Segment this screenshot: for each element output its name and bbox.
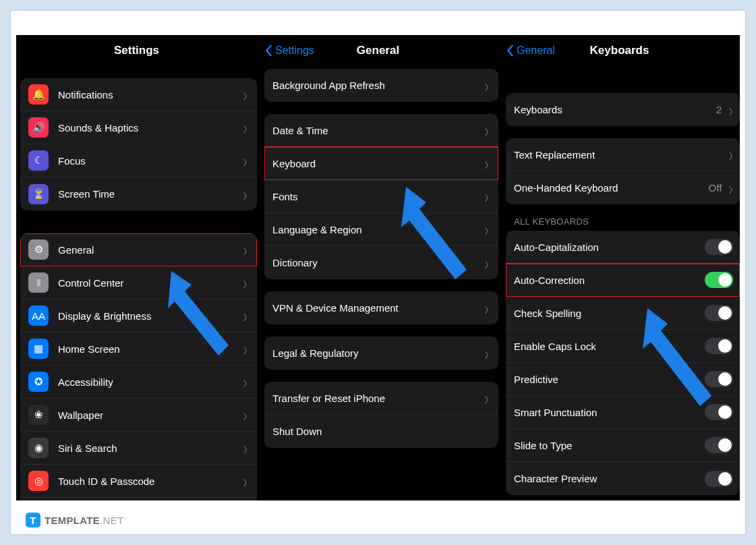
toggle-switch[interactable] [705, 338, 733, 354]
row-label: VPN & Device Management [272, 302, 484, 314]
page-frame: Settings 🔔Notifications›🔊Sounds & Haptic… [9, 9, 747, 536]
toggle-switch[interactable] [705, 272, 733, 288]
settings-row[interactable]: AADisplay & Brightness› [20, 299, 257, 333]
row-label: Check Spelling [514, 308, 705, 319]
back-to-general[interactable]: General [506, 45, 555, 57]
settings-row[interactable]: 🔔Notifications› [20, 78, 257, 111]
gear-icon: ⚙ [28, 239, 49, 260]
settings-row[interactable]: Language & Region› [264, 213, 498, 246]
toggle-switch[interactable] [705, 371, 733, 387]
toggle-row: Auto-Correction [506, 264, 740, 297]
general-group-2: VPN & Device Management› [264, 291, 498, 324]
toggle-switch[interactable] [705, 404, 733, 420]
settings-row[interactable]: Legal & Regulatory› [264, 337, 498, 370]
keyboards-group-1: Keyboards2› [506, 93, 740, 126]
chevron-right-icon: › [243, 339, 248, 358]
back-label: Settings [275, 45, 314, 57]
chevron-right-icon: › [484, 154, 489, 173]
settings-row[interactable]: 🔊Sounds & Haptics› [20, 111, 257, 144]
chevron-left-icon [506, 45, 514, 57]
keyboards-header: General Keyboards [499, 35, 740, 66]
settings-row[interactable]: Dictionary› [264, 246, 498, 279]
toggle-knob [718, 372, 732, 386]
watermark: T TEMPLATE.NET [26, 513, 124, 527]
settings-panel: Settings 🔔Notifications›🔊Sounds & Haptic… [16, 35, 257, 500]
row-label: Notifications [58, 89, 243, 101]
toggle-row: Slide to Type [506, 429, 740, 462]
row-label: General [58, 244, 243, 256]
toggle-switch[interactable] [705, 437, 733, 453]
general-group-4: Transfer or Reset iPhone›Shut Down [264, 382, 498, 448]
chevron-right-icon: › [484, 344, 489, 363]
toggle-row: Check Spelling [506, 297, 740, 330]
toggle-knob [718, 306, 732, 320]
settings-group-2: ⚙General›⫴Control Center›AADisplay & Bri… [20, 233, 257, 500]
back-to-settings[interactable]: Settings [264, 45, 314, 57]
toggle-switch[interactable] [705, 239, 733, 255]
toggle-switch[interactable] [705, 305, 733, 321]
row-label: Smart Punctuation [514, 407, 705, 418]
general-panel: Settings General Background App Refresh›… [257, 35, 498, 500]
settings-row[interactable]: Background App Refresh› [264, 69, 498, 102]
settings-row[interactable]: Transfer or Reset iPhone› [264, 382, 498, 415]
settings-row[interactable]: Date & Time› [264, 114, 498, 147]
settings-row[interactable]: ✪Accessibility› [20, 366, 257, 399]
toggle-row: Smart Punctuation [506, 396, 740, 429]
watermark-suffix: .NET [100, 515, 123, 526]
keyboards-toggles: Auto-CapitalizationAuto-CorrectionCheck … [506, 231, 740, 495]
chevron-right-icon: › [243, 185, 248, 204]
settings-row[interactable]: ⚙General› [20, 233, 257, 266]
chevron-right-icon: › [243, 151, 248, 170]
general-group-1: Date & Time›Keyboard›Fonts›Language & Re… [264, 114, 498, 279]
chevron-right-icon: › [243, 240, 248, 259]
grid-icon: ▦ [28, 339, 49, 359]
row-label: Keyboards [514, 104, 716, 115]
chevron-right-icon: › [243, 118, 248, 137]
bell-icon: 🔔 [28, 84, 49, 105]
row-label: Transfer or Reset iPhone [272, 393, 484, 404]
settings-row[interactable]: VPN & Device Management› [264, 291, 498, 324]
settings-row[interactable]: ◉Siri & Search› [20, 432, 257, 465]
chevron-left-icon [264, 45, 272, 57]
speaker-icon: 🔊 [28, 117, 49, 138]
settings-row[interactable]: SOSEmergency SOS› [20, 498, 257, 500]
settings-title: Settings [16, 44, 257, 57]
settings-row[interactable]: ⏳Screen Time› [20, 177, 257, 210]
row-label: Text Replacement [514, 149, 728, 161]
hourglass-icon: ⏳ [28, 184, 49, 204]
chevron-right-icon: › [484, 220, 489, 239]
row-label: Dictionary [272, 257, 484, 268]
settings-row[interactable]: ☾Focus› [20, 144, 257, 177]
moon-icon: ☾ [28, 150, 49, 171]
toggle-switch[interactable] [705, 471, 733, 487]
panels-container: Settings 🔔Notifications›🔊Sounds & Haptic… [16, 35, 740, 500]
settings-row[interactable]: ◎Touch ID & Passcode› [20, 465, 257, 498]
chevron-right-icon: › [243, 306, 248, 325]
settings-row[interactable]: Fonts› [264, 180, 498, 213]
keyboards-panel: General Keyboards Keyboards2› Text Repla… [498, 35, 740, 500]
settings-row[interactable]: Keyboards2› [506, 93, 740, 126]
chevron-right-icon: › [728, 145, 733, 164]
toggle-knob [718, 438, 732, 452]
settings-row[interactable]: Text Replacement› [506, 138, 740, 171]
settings-row[interactable]: ▦Home Screen› [20, 333, 257, 366]
toggles-icon: ⫴ [28, 272, 49, 293]
row-label: Sounds & Haptics [58, 122, 243, 134]
back-label: General [517, 45, 555, 57]
toggle-row: Enable Caps Lock [506, 330, 740, 363]
row-label: Background App Refresh [272, 80, 484, 91]
row-label: Keyboard [272, 158, 484, 169]
row-label: Display & Brightness [58, 310, 243, 322]
chevron-right-icon: › [484, 389, 489, 407]
row-value: 2 [716, 104, 722, 115]
chevron-right-icon: › [484, 187, 489, 206]
settings-row[interactable]: ❀Wallpaper› [20, 399, 257, 432]
settings-row[interactable]: Keyboard› [264, 147, 498, 180]
row-label: Enable Caps Lock [514, 341, 705, 352]
toggle-row: Predictive [506, 363, 740, 396]
settings-row[interactable]: Shut Down [264, 415, 498, 448]
settings-row[interactable]: One-Handed KeyboardOff› [506, 171, 740, 204]
chevron-right-icon: › [243, 438, 248, 457]
wallpaper-icon: ❀ [28, 405, 49, 425]
settings-row[interactable]: ⫴Control Center› [20, 266, 257, 299]
